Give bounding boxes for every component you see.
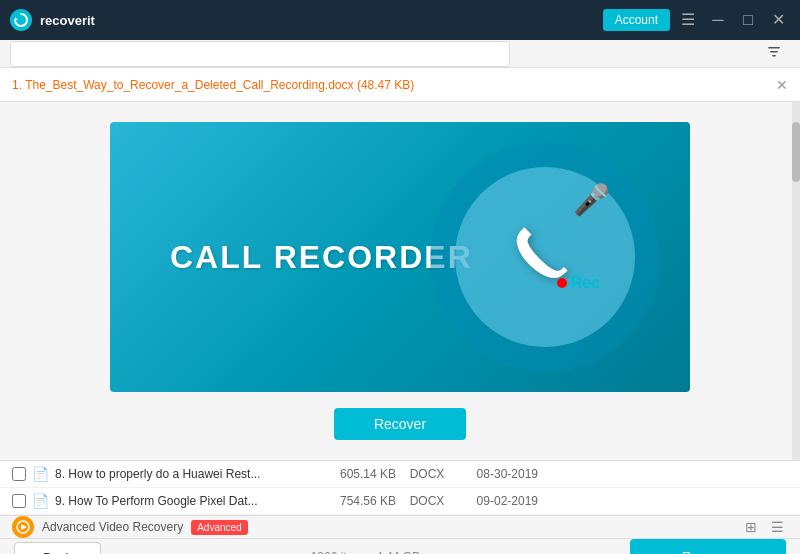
recover-button[interactable]: Recover [630,539,786,554]
mic-icon: 🎤 [573,182,610,217]
search-bar-area [0,40,800,68]
bottom-bar: Back 1866 items, 4.44 GB Recover [0,538,800,554]
items-count: 1866 items, 4.44 GB [311,550,420,554]
advanced-bar: Advanced Video Recovery Advanced ⊞ ☰ [0,515,800,538]
circle-outer: 🎤 Rec [430,142,660,372]
title-bar-left: recoverit [10,9,95,31]
menu-button[interactable]: ☰ [676,8,700,32]
preview-area: CALL RECORDER 🎤 Rec [0,102,800,460]
file-list-area: 📄 8. How to properly do a Huawei Rest...… [0,460,800,515]
search-input-wrap [10,41,510,67]
search-input[interactable] [19,47,501,61]
account-button[interactable]: Account [603,9,670,31]
rec-dot [557,278,567,288]
rec-badge: Rec [557,274,600,292]
preview-scrollbar-thumb[interactable] [792,122,800,182]
app-logo [10,9,32,31]
title-bar-controls: Account ☰ ─ □ ✕ [603,8,790,32]
maximize-button[interactable]: □ [736,8,760,32]
phone-icon-wrap: 🎤 Rec [500,212,590,302]
file-checkbox-9[interactable] [12,494,26,508]
rec-label: Rec [571,274,600,292]
minimize-button[interactable]: ─ [706,8,730,32]
file-size-9: 754.56 KB [321,494,396,508]
file-name-8: 8. How to properly do a Huawei Rest... [55,467,315,481]
close-button[interactable]: ✕ [766,8,790,32]
svg-rect-2 [770,51,778,53]
call-recorder-text: CALL RECORDER [170,239,473,276]
recover-preview-button[interactable]: Recover [334,408,466,440]
main-content: 1. The_Best_Way_to_Recover_a_Deleted_Cal… [0,40,800,554]
word-icon-9: 📄 [32,493,49,509]
svg-rect-3 [772,55,776,57]
file-date-9: 09-02-2019 [458,494,538,508]
file-name-9: 9. How To Perform Google Pixel Dat... [55,494,315,508]
list-view-icon[interactable]: ☰ [767,517,788,537]
svg-marker-0 [15,17,18,20]
svg-rect-1 [768,47,780,49]
file-size-8: 605.14 KB [321,467,396,481]
preview-scrollbar [792,102,800,460]
grid-view-icon[interactable]: ⊞ [741,517,761,537]
filter-button[interactable] [758,40,790,67]
file-tab-name: 1. The_Best_Way_to_Recover_a_Deleted_Cal… [12,78,414,92]
table-row: 📄 9. How To Perform Google Pixel Dat... … [0,488,800,515]
advanced-video-recovery-label: Advanced Video Recovery [42,520,183,534]
file-type-8: DOCX [402,467,452,481]
table-row: 📄 8. How to properly do a Huawei Rest...… [0,461,800,488]
file-tab: 1. The_Best_Way_to_Recover_a_Deleted_Cal… [0,68,800,102]
file-type-9: DOCX [402,494,452,508]
file-tab-close-button[interactable]: ✕ [776,78,788,92]
svg-marker-5 [21,524,27,530]
word-icon-8: 📄 [32,466,49,482]
file-date-8: 08-30-2019 [458,467,538,481]
avr-view-controls: ⊞ ☰ [741,517,788,537]
title-bar: recoverit Account ☰ ─ □ ✕ [0,0,800,40]
call-recorder-image: CALL RECORDER 🎤 Rec [110,122,690,392]
back-button[interactable]: Back [14,542,101,555]
advanced-badge: Advanced [191,520,247,535]
circle-inner: 🎤 Rec [455,167,635,347]
avr-icon [12,516,34,538]
file-checkbox-8[interactable] [12,467,26,481]
app-title: recoverit [40,13,95,28]
